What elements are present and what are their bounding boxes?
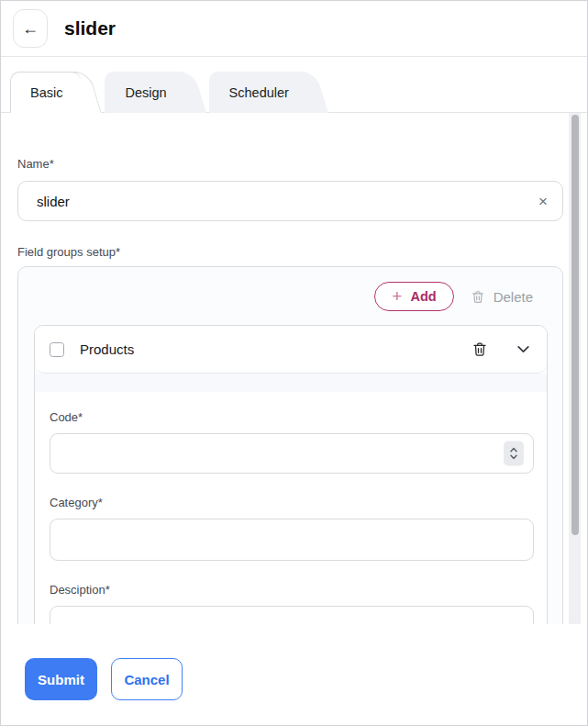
name-input-value: slider [37,194,70,209]
tab-design-label: Design [125,85,166,100]
plus-icon: + [392,287,402,305]
chevron-down-icon[interactable] [516,341,531,357]
panel-top-strip [35,374,547,392]
group-toolbar: + Add Delete [34,282,548,311]
tab-design[interactable]: Design [105,72,181,113]
products-trash-icon[interactable] [472,341,488,358]
scrollbar-track[interactable] [569,113,581,624]
desciption-label: Desciption* [50,583,533,598]
header: ← slider [1,1,587,57]
tab-basic[interactable]: Basic [10,72,77,113]
field-groups-container: + Add Delete [17,266,563,624]
name-label: Name* [17,157,556,172]
code-label: Code* [50,410,533,425]
products-checkbox[interactable] [50,342,64,357]
cancel-button[interactable]: Cancel [111,658,183,700]
back-arrow-icon: ← [22,19,39,39]
form-scroll-area: Name* slider × Field groups setup* + Add [1,113,587,624]
trash-icon [471,289,485,305]
scrollbar-thumb[interactable] [571,115,579,535]
products-panel-title: Products [80,341,134,357]
products-panel-header[interactable]: Products [35,326,547,374]
form-content: Name* slider × Field groups setup* + Add [1,157,582,624]
tab-scheduler[interactable]: Scheduler [209,72,304,113]
page-title: slider [64,17,116,39]
delete-button-label: Delete [494,289,533,305]
delete-button[interactable]: Delete [471,289,533,305]
footer: Submit Cancel [1,624,587,725]
field-groups-label: Field groups setup* [17,245,556,260]
tab-bar: Basic Design Scheduler [1,72,587,113]
category-input[interactable] [50,519,534,561]
code-input[interactable] [50,433,534,474]
number-spinner-icon[interactable] [504,441,524,466]
add-button[interactable]: + Add [374,282,453,311]
tab-scheduler-label: Scheduler [229,85,289,100]
category-label: Category* [50,496,533,510]
tab-basic-label: Basic [30,85,62,100]
panel-body: Code* Category* Desciption* [35,392,547,624]
name-input[interactable]: slider × [17,181,563,221]
add-button-label: Add [410,289,436,304]
app-window: ← slider Basic Design Scheduler Name* sl… [0,0,588,726]
desciption-input[interactable] [50,606,534,624]
submit-button[interactable]: Submit [25,658,97,700]
clear-icon[interactable]: × [538,194,548,209]
back-button[interactable]: ← [13,9,48,48]
products-panel: Products [34,325,548,624]
